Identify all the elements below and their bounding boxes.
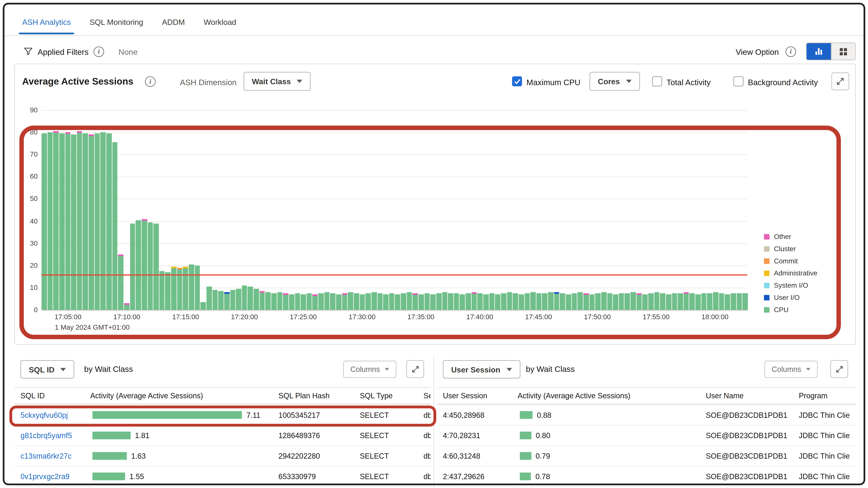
chart-bar[interactable] bbox=[106, 133, 112, 310]
chart-bar[interactable] bbox=[548, 292, 553, 310]
chart-bar[interactable] bbox=[725, 294, 730, 310]
chart-bar[interactable] bbox=[136, 220, 141, 310]
chart-bar[interactable] bbox=[583, 293, 589, 310]
chart-bar[interactable] bbox=[265, 292, 271, 310]
chart-bar[interactable] bbox=[360, 294, 365, 310]
chart-bar[interactable] bbox=[630, 292, 636, 310]
chart-bar[interactable] bbox=[413, 293, 418, 310]
sql-id-link[interactable]: 0v1prvxgc2ra9 bbox=[21, 472, 70, 481]
background-activity-checkbox[interactable] bbox=[734, 76, 744, 86]
chart-bar[interactable] bbox=[165, 272, 170, 310]
chart-bar[interactable] bbox=[259, 291, 265, 310]
chart-bar[interactable] bbox=[354, 293, 359, 310]
chart-bar[interactable] bbox=[253, 289, 259, 310]
chart-bar[interactable] bbox=[477, 293, 483, 310]
chart-bar[interactable] bbox=[366, 293, 371, 310]
chart-bar[interactable] bbox=[637, 293, 642, 310]
tab-workload[interactable]: Workload bbox=[204, 17, 236, 34]
chart-bar[interactable] bbox=[230, 290, 235, 310]
chart-bar[interactable] bbox=[519, 294, 524, 310]
chart-bar[interactable] bbox=[130, 223, 135, 310]
chart-bar[interactable] bbox=[283, 293, 288, 310]
chart-bar[interactable] bbox=[195, 265, 200, 310]
tab-sql-monitoring[interactable]: SQL Monitoring bbox=[90, 17, 143, 34]
chart-bar[interactable] bbox=[513, 293, 518, 310]
chart-bar[interactable] bbox=[430, 294, 436, 310]
chart-bar[interactable] bbox=[642, 294, 648, 310]
chart-bar[interactable] bbox=[595, 293, 600, 310]
chart-bar[interactable] bbox=[318, 293, 324, 310]
chart-bar[interactable] bbox=[407, 292, 412, 310]
chart-bar[interactable] bbox=[613, 294, 618, 310]
chart-bar[interactable] bbox=[719, 293, 724, 310]
chart-bar[interactable] bbox=[566, 294, 571, 310]
chart-bar[interactable] bbox=[153, 223, 159, 310]
chart-bar[interactable] bbox=[71, 134, 76, 310]
chart-bar[interactable] bbox=[342, 293, 347, 310]
chart-bar[interactable] bbox=[507, 292, 512, 310]
chart-bar[interactable] bbox=[89, 134, 94, 310]
chart-bar[interactable] bbox=[312, 294, 318, 310]
chart-bar[interactable] bbox=[660, 293, 665, 310]
chart-bar[interactable] bbox=[442, 292, 447, 310]
chart-view-button[interactable] bbox=[807, 43, 831, 60]
chart-bar[interactable] bbox=[212, 290, 218, 310]
chart-bar[interactable] bbox=[648, 293, 654, 310]
chart-bar[interactable] bbox=[171, 267, 176, 310]
chart-bar[interactable] bbox=[471, 292, 477, 310]
chart-bar[interactable] bbox=[495, 294, 500, 310]
chart-bar[interactable] bbox=[218, 291, 223, 310]
chart-bar[interactable] bbox=[289, 294, 294, 310]
chart-bar[interactable] bbox=[224, 292, 229, 310]
chart-bar[interactable] bbox=[207, 287, 212, 310]
chart-bar[interactable] bbox=[589, 294, 595, 310]
session-columns-dropdown[interactable]: Columns bbox=[765, 361, 818, 378]
chart-bar[interactable] bbox=[277, 292, 282, 310]
chart-bar[interactable] bbox=[383, 294, 389, 310]
chart-bar[interactable] bbox=[501, 293, 506, 310]
chart-bar[interactable] bbox=[525, 293, 530, 310]
chart-bar[interactable] bbox=[542, 293, 548, 310]
chart-bar[interactable] bbox=[377, 293, 382, 310]
session-table-expand-button[interactable] bbox=[830, 360, 848, 378]
chart-bar[interactable] bbox=[200, 302, 206, 310]
chart-bar[interactable] bbox=[330, 293, 336, 310]
chart-bar[interactable] bbox=[389, 293, 394, 310]
chart-bar[interactable] bbox=[454, 293, 459, 310]
chart-bar[interactable] bbox=[483, 294, 489, 310]
chart-bar[interactable] bbox=[307, 293, 312, 310]
chart-bar[interactable] bbox=[77, 131, 82, 310]
chart-bar[interactable] bbox=[536, 293, 542, 310]
maximum-cpu-checkbox[interactable] bbox=[512, 76, 522, 86]
chart-bar[interactable] bbox=[701, 293, 707, 310]
chart-bar[interactable] bbox=[118, 254, 123, 310]
chart-bar[interactable] bbox=[159, 271, 165, 310]
sql-id-link[interactable]: c13sma6rkr27c bbox=[21, 452, 72, 460]
chart-bar[interactable] bbox=[124, 303, 129, 310]
total-activity-checkbox[interactable] bbox=[652, 76, 662, 86]
chart-bar[interactable] bbox=[401, 293, 406, 310]
chart-bar[interactable] bbox=[466, 293, 471, 310]
cores-dropdown[interactable]: Cores bbox=[590, 72, 640, 91]
ash-dimension-dropdown[interactable]: Wait Class bbox=[244, 72, 311, 91]
table-view-button[interactable] bbox=[831, 43, 855, 60]
chart-bar[interactable] bbox=[236, 289, 241, 310]
chart-bar[interactable] bbox=[619, 293, 624, 310]
chart-bar[interactable] bbox=[607, 293, 612, 310]
chart-bar[interactable] bbox=[601, 292, 607, 310]
chart-bar[interactable] bbox=[348, 292, 353, 310]
chart-bar[interactable] bbox=[530, 292, 536, 310]
chart-bar[interactable] bbox=[148, 222, 153, 310]
chart-bar[interactable] bbox=[625, 293, 630, 310]
chart-bar[interactable] bbox=[554, 292, 559, 310]
session-dimension-dropdown[interactable]: User Session bbox=[443, 360, 520, 379]
chart-bar[interactable] bbox=[424, 293, 430, 310]
chart-bar[interactable] bbox=[678, 293, 683, 310]
chart-bar[interactable] bbox=[112, 142, 118, 310]
chart-bar[interactable] bbox=[460, 294, 465, 310]
chart-bar[interactable] bbox=[59, 133, 64, 310]
chart-bar[interactable] bbox=[271, 293, 277, 310]
chart-bar[interactable] bbox=[324, 292, 330, 310]
chart-bar[interactable] bbox=[53, 131, 59, 310]
chart-bar[interactable] bbox=[578, 292, 583, 310]
